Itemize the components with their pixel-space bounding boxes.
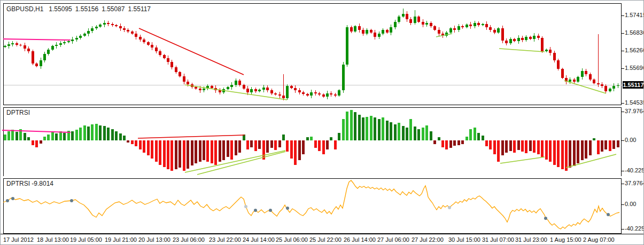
y-axis-label: 0.00 [625,137,644,143]
y-axis-label: -40.225 [625,225,644,232]
current-price-tag: 1.55117 [623,81,644,89]
time-axis-label: 1 Aug 15:00 [550,236,581,243]
low-value: 1.55087 [102,5,125,13]
time-axis-label: 19 Jul 05:00 [70,236,102,243]
y-axis-label: 1.56830 [625,29,644,36]
open-value: 1.55095 [49,5,72,13]
time-axis-label: 31 Jul 07:00 [482,236,514,243]
time-axis-label: 2 Aug 07:00 [583,236,615,243]
y-axis-label: 1.54535 [625,99,644,106]
chart-canvas[interactable] [1,1,644,245]
time-axis-label: 27 Jul 22:00 [412,236,444,243]
close-value: 1.55117 [128,5,151,13]
line-indicator-label: DPTRSI -9.8014 [6,180,53,187]
y-axis-label: 1.56260 [625,47,644,53]
y-axis-label: 37.9764 [625,108,644,114]
y-axis-label: 1.57415 [625,12,644,18]
time-axis-label: 25 Jul 06:00 [276,236,308,243]
symbol-period-label: GBPUSD,H1 [6,5,43,13]
y-axis-label: 1.55690 [625,65,644,71]
time-axis-label: 24 Jul 14:00 [243,236,275,243]
y-axis-label: -40.225 [625,167,644,173]
time-scale[interactable]: 17 Jul 201218 Jul 13:0019 Jul 05:0019 Ju… [1,234,644,245]
y-axis-label: 37.9764 [625,180,644,186]
histogram-indicator-label: DPTRSI [6,109,30,116]
chart-window: GBPUSD,H11.550951.551561.550871.55117 DP… [0,0,644,245]
time-axis-label: 25 Jul 22:00 [309,236,342,243]
time-axis-label: 26 Jul 14:00 [344,236,376,243]
time-axis-label: 23 Jul 06:00 [173,236,205,243]
chart-ohlc-header: GBPUSD,H11.550951.551561.550871.55117 [6,5,154,13]
high-value: 1.55156 [75,5,98,13]
time-axis-label: 20 Jul 13:00 [138,236,170,243]
time-axis-label: 23 Jul 22:00 [209,236,241,243]
time-axis-label: 27 Jul 06:00 [377,236,409,243]
time-axis-label: 18 Jul 13:00 [37,236,69,243]
time-axis-label: 31 Jul 23:00 [515,236,547,243]
time-axis-label: 30 Jul 15:00 [448,236,480,243]
time-axis-label: 17 Jul 2012 [3,236,34,243]
y-axis-label: 0.00 [625,201,644,207]
time-axis-label: 19 Jul 21:00 [105,236,137,243]
